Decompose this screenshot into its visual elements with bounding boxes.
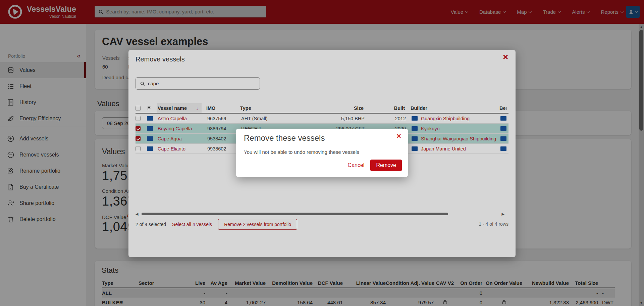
dialog-close-icon[interactable]: × [396,132,401,140]
cancel-button[interactable]: Cancel [348,162,365,168]
confirm-remove-dialog: Remove these vessels × You will not be a… [236,129,408,177]
dialog-message: You will not be able to undo removing th… [244,149,359,155]
app-root: VesselsValue Veson Nautical Value Databa… [0,0,644,306]
dialog-title: Remove these vessels [244,133,325,143]
confirm-remove-button[interactable]: Remove [370,160,402,171]
